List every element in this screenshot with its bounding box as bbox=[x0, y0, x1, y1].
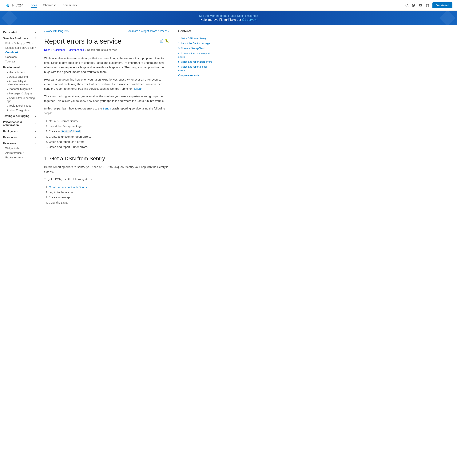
list-item: Catch and report Flutter errors. bbox=[49, 144, 169, 149]
toc-item-complete[interactable]: Complete example bbox=[178, 73, 214, 78]
sidebar-section-label: Samples & tutorials bbox=[3, 37, 28, 40]
intro-paragraph-1: While one always tries to create apps th… bbox=[44, 56, 169, 74]
logo[interactable]: Flutter bbox=[5, 2, 23, 8]
sidebar-section-header-get-started[interactable]: Get started ∨ bbox=[3, 30, 38, 35]
main-nav: Docs Showcase Community bbox=[31, 3, 405, 8]
sidebar-section-samples: Samples & tutorials ∧ Flutter Gallery [N… bbox=[3, 36, 38, 64]
flutter-logo-icon bbox=[5, 2, 11, 8]
header-actions: Get started bbox=[405, 2, 452, 8]
toc-item-4[interactable]: 4. Create a function to report errors bbox=[178, 51, 214, 60]
breadcrumb-maintenance[interactable]: Maintenance bbox=[68, 48, 84, 51]
sentry-client-code: SentryClient bbox=[60, 130, 81, 133]
steps-list: Get a DSN from Sentry. Import the Sentry… bbox=[49, 119, 169, 149]
breadcrumb-cookbook[interactable]: Cookbook bbox=[53, 48, 66, 51]
banner-survey-link[interactable]: Q1 survey bbox=[242, 18, 256, 21]
prev-page-link[interactable]: Work with long lists bbox=[44, 30, 68, 33]
chevron-down-icon: ∨ bbox=[35, 136, 36, 139]
banner-text-line1: See the winners of the Flutter Clock cha… bbox=[5, 14, 452, 17]
chevron-down-icon: ∨ bbox=[35, 115, 36, 117]
sidebar-item-flutter-gallery[interactable]: Flutter Gallery [NEW] ↗ bbox=[3, 41, 38, 45]
list-item: Catch and report Dart errors. bbox=[49, 139, 169, 144]
list-item: Create a function to report errors. bbox=[49, 134, 169, 139]
next-page-link[interactable]: Animate a widget across screens bbox=[128, 30, 169, 33]
breadcrumb-docs[interactable]: Docs bbox=[44, 48, 50, 51]
list-item: Create a SentryClient. bbox=[49, 129, 169, 134]
sidebar-section-deployment: Deployment ∨ bbox=[3, 128, 38, 134]
sidebar-item-tutorials[interactable]: Tutorials bbox=[3, 59, 38, 64]
banner-text-prefix: Help improve Flutter! Take our bbox=[201, 18, 242, 21]
get-started-button[interactable]: Get started bbox=[432, 2, 452, 8]
list-item: Import the Sentry package. bbox=[49, 124, 169, 129]
sidebar-section-header-samples[interactable]: Samples & tutorials ∧ bbox=[3, 36, 38, 41]
sidebar-item-widget-index[interactable]: Widget index bbox=[3, 146, 38, 151]
toc-item-2[interactable]: 2. Import the Sentry package bbox=[178, 41, 214, 46]
sidebar-item-cookbook[interactable]: Cookbook bbox=[3, 50, 38, 55]
page-title-actions: 📄 🐛 bbox=[159, 39, 169, 43]
nav-showcase[interactable]: Showcase bbox=[43, 3, 56, 8]
youtube-icon[interactable] bbox=[419, 3, 423, 7]
sidebar-item-sample-apps[interactable]: Sample apps on GitHub ↗ bbox=[3, 45, 38, 50]
toc-item-3[interactable]: 3. Create a SentryClient bbox=[178, 46, 214, 51]
sidebar-item-api-reference[interactable]: API reference ↗ bbox=[3, 151, 38, 155]
toc-item-6[interactable]: 6. Catch and report Flutter errors bbox=[178, 64, 214, 73]
toc-item-1[interactable]: 1. Get a DSN from Sentry bbox=[178, 36, 214, 41]
create-account-link[interactable]: Create an account with Sentry bbox=[49, 186, 87, 189]
sidebar-item-accessibility[interactable]: Accessibility & internationalization bbox=[3, 79, 38, 87]
sidebar-item-packages-plugins[interactable]: Packages & plugins bbox=[3, 91, 38, 96]
list-item: Copy the DSN. bbox=[49, 200, 169, 205]
chevron-up-icon: ∧ bbox=[35, 142, 36, 145]
edit-icon[interactable]: 📄 bbox=[159, 39, 163, 43]
svg-point-3 bbox=[406, 4, 408, 6]
sidebar-item-user-interface[interactable]: User interface bbox=[3, 70, 38, 75]
bug-icon[interactable]: 🐛 bbox=[165, 39, 169, 43]
sidebar-item-platform-integration[interactable]: Platform integration bbox=[3, 87, 38, 91]
twitter-icon[interactable] bbox=[412, 3, 416, 7]
intro-paragraph-4: In this recipe, learn how to report erro… bbox=[44, 106, 169, 115]
banner-decoration-left bbox=[1, 11, 18, 25]
breadcrumb-sep: › bbox=[67, 48, 68, 51]
article: While one always tries to create apps th… bbox=[44, 56, 169, 205]
sidebar-section-label: Deployment bbox=[3, 130, 18, 133]
list-item: Get a DSN from Sentry. bbox=[49, 119, 169, 124]
external-link-icon: ↗ bbox=[21, 156, 23, 159]
sidebar-item-tools-techniques[interactable]: Tools & techniques bbox=[3, 103, 38, 108]
intro-paragraph-3: The error tracking service aggregates al… bbox=[44, 94, 169, 103]
intro-paragraph-2: How can you determine how often your use… bbox=[44, 77, 169, 91]
sidebar-section-header-deployment[interactable]: Deployment ∨ bbox=[3, 128, 38, 134]
page-navigation: Work with long lists Animate a widget ac… bbox=[44, 30, 169, 33]
sidebar-section-reference: Reference ∧ Widget index API reference ↗… bbox=[3, 141, 38, 160]
sidebar-section-header-resources[interactable]: Resources ∨ bbox=[3, 135, 38, 140]
sidebar-section-label: Reference bbox=[3, 142, 16, 145]
sidebar-item-codelabs[interactable]: Codelabs bbox=[3, 55, 38, 59]
sidebar-item-add-flutter[interactable]: Add Flutter to existing app bbox=[3, 96, 38, 103]
sidebar-section-header-development[interactable]: Development ∧ bbox=[3, 65, 38, 70]
sidebar-section-header-testing[interactable]: Testing & debugging ∨ bbox=[3, 113, 38, 119]
sidebar-section-performance: Performance & optimization ∨ bbox=[3, 119, 38, 128]
list-item: Create an account with Sentry. bbox=[49, 185, 169, 190]
sidebar-section-label: Development bbox=[3, 66, 20, 69]
sidebar-section-header-reference[interactable]: Reference ∧ bbox=[3, 141, 38, 146]
sidebar-section-development: Development ∧ User interface Data & back… bbox=[3, 65, 38, 112]
svg-line-4 bbox=[407, 6, 408, 7]
sidebar-item-package-site[interactable]: Package site ↗ bbox=[3, 155, 38, 160]
chevron-up-icon: ∧ bbox=[35, 66, 36, 68]
sidebar-item-data-backend[interactable]: Data & backend bbox=[3, 75, 38, 79]
github-icon[interactable] bbox=[426, 3, 429, 7]
sidebar-section-label: Get started bbox=[3, 31, 17, 34]
sentry-link[interactable]: Sentry bbox=[103, 107, 111, 110]
external-link-icon: ↗ bbox=[23, 152, 24, 154]
banner-text-suffix: . bbox=[256, 18, 256, 21]
rollbar-link[interactable]: Rollbar bbox=[133, 87, 142, 90]
nav-docs[interactable]: Docs bbox=[31, 3, 37, 8]
sidebar-section-label: Resources bbox=[3, 136, 17, 139]
sidebar-section-label: Testing & debugging bbox=[3, 114, 29, 118]
toc-item-5[interactable]: 5. Catch and report Dart errors bbox=[178, 60, 214, 64]
table-of-contents: Contents 1. Get a DSN from Sentry 2. Imp… bbox=[175, 25, 217, 475]
sidebar-item-androidx[interactable]: AndroidX migration bbox=[3, 108, 38, 112]
page-title-area: Report errors to a service 📄 🐛 bbox=[44, 37, 169, 45]
external-link-icon: ↗ bbox=[34, 47, 36, 49]
nav-community[interactable]: Community bbox=[62, 3, 77, 8]
search-icon[interactable] bbox=[405, 3, 409, 7]
sidebar-section-header-performance[interactable]: Performance & optimization ∨ bbox=[3, 119, 38, 128]
sidebar-section-label: Performance & optimization bbox=[3, 120, 35, 127]
